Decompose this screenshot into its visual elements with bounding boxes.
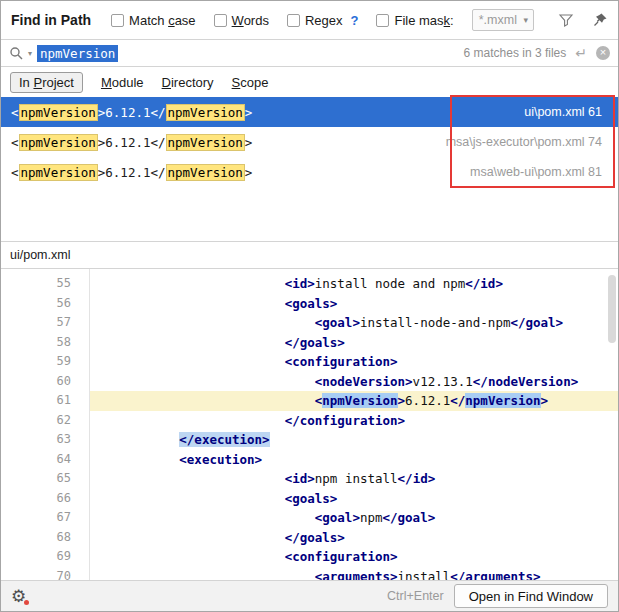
- code-line: 58 </goals>: [1, 333, 618, 353]
- tab-in-project[interactable]: In Project: [10, 72, 83, 93]
- line-number: 62: [1, 411, 89, 431]
- code-line: 69 <configuration>: [1, 547, 618, 567]
- result-row[interactable]: <npmVersion>6.12.1</npmVersion> ui\pom.x…: [1, 97, 618, 127]
- dialog-title: Find in Path: [11, 12, 91, 28]
- result-row[interactable]: <npmVersion>6.12.1</npmVersion> msa\web-…: [1, 157, 618, 187]
- code-text: <goals>: [89, 294, 618, 314]
- code-text: <goal>install-node-and-npm</goal>: [89, 313, 618, 333]
- code-preview-editor[interactable]: 55 <id>install node and npm</id>56 <goal…: [1, 269, 618, 580]
- match-case-checkbox[interactable]: Match case: [111, 13, 195, 28]
- code-line: 65 <id>npm install</id>: [1, 469, 618, 489]
- search-field[interactable]: ▾ npmVersion 6 matches in 3 files ↵ ×: [1, 39, 618, 67]
- line-number: 68: [1, 528, 89, 548]
- match-highlight: npmVersion: [19, 104, 98, 121]
- code-text: <configuration>: [89, 547, 618, 567]
- line-number: 64: [1, 450, 89, 470]
- line-number: 66: [1, 489, 89, 509]
- regex-checkbox[interactable]: Regex ?: [287, 13, 359, 28]
- title-bar: Find in Path Match case Words Regex ? Fi…: [1, 1, 618, 39]
- match-highlight: npmVersion: [166, 134, 245, 151]
- words-checkbox-box[interactable]: [214, 14, 227, 27]
- gutter-separator: [89, 269, 90, 580]
- code-text: <execution>: [89, 450, 618, 470]
- code-line: 57 <goal>install-node-and-npm</goal>: [1, 313, 618, 333]
- line-number: 70: [1, 567, 89, 581]
- pin-button[interactable]: [592, 10, 608, 30]
- file-mask-label: File mask:: [394, 13, 453, 28]
- line-number: 69: [1, 547, 89, 567]
- code-line: 68 </goals>: [1, 528, 618, 548]
- tab-scope[interactable]: Scope: [232, 75, 269, 90]
- line-number: 59: [1, 352, 89, 372]
- result-row[interactable]: <npmVersion>6.12.1</npmVersion> msa\js-e…: [1, 127, 618, 157]
- shortcut-hint: Ctrl+Enter: [387, 589, 444, 603]
- filter-button[interactable]: [558, 10, 574, 30]
- result-location: msa\web-ui\pom.xml 81: [470, 165, 608, 179]
- match-case-label: Match case: [129, 13, 195, 28]
- preview-file-name: ui/pom.xml: [10, 248, 70, 262]
- code-line: 67 <goal>npm</goal>: [1, 508, 618, 528]
- code-text: <goals>: [89, 489, 618, 509]
- chevron-down-icon: ▾: [523, 15, 528, 25]
- newline-icon[interactable]: ↵: [575, 45, 587, 61]
- code-text: <npmVersion>6.12.1</npmVersion>: [89, 391, 618, 411]
- code-text: <configuration>: [89, 352, 618, 372]
- tab-directory[interactable]: Directory: [162, 75, 214, 90]
- code-line: 60 <nodeVersion>v12.13.1</nodeVersion>: [1, 372, 618, 392]
- search-icon: [9, 46, 23, 60]
- preview-header: ui/pom.xml: [1, 241, 618, 269]
- notification-dot-icon: [24, 600, 29, 605]
- regex-checkbox-box[interactable]: [287, 14, 300, 27]
- code-line: 55 <id>install node and npm</id>: [1, 274, 618, 294]
- code-text: <arguments>install</arguments>: [89, 567, 618, 581]
- line-number: 60: [1, 372, 89, 392]
- code-text: <id>install node and npm</id>: [89, 274, 618, 294]
- file-mask-value: *.mxml: [479, 13, 517, 27]
- code-text: </execution>: [89, 430, 618, 450]
- code-line: 70 <arguments>install</arguments>: [1, 567, 618, 581]
- code-text: <id>npm install</id>: [89, 469, 618, 489]
- match-highlight: npmVersion: [19, 134, 98, 151]
- code-line: 66 <goals>: [1, 489, 618, 509]
- regex-label: Regex: [305, 13, 343, 28]
- tab-module[interactable]: Module: [101, 75, 144, 90]
- editor-lines: 55 <id>install node and npm</id>56 <goal…: [1, 269, 618, 580]
- line-number: 58: [1, 333, 89, 353]
- code-line: 59 <configuration>: [1, 352, 618, 372]
- line-number: 65: [1, 469, 89, 489]
- match-highlight: npmVersion: [166, 164, 245, 181]
- regex-help-link[interactable]: ?: [351, 13, 359, 28]
- match-case-checkbox-box[interactable]: [111, 14, 124, 27]
- code-line: 62 </configuration>: [1, 411, 618, 431]
- code-line: 63 </execution>: [1, 430, 618, 450]
- match-highlight: npmVersion: [166, 104, 245, 121]
- line-number: 57: [1, 313, 89, 333]
- open-in-find-window-button[interactable]: Open in Find Window: [454, 584, 608, 608]
- close-icon: ×: [600, 46, 606, 58]
- file-mask-checkbox-box[interactable]: [376, 14, 389, 27]
- words-checkbox[interactable]: Words: [214, 13, 269, 28]
- search-query-text[interactable]: npmVersion: [37, 45, 118, 62]
- words-label: Words: [232, 13, 269, 28]
- match-highlight: npmVersion: [19, 164, 98, 181]
- status-bar: ⚙ Ctrl+Enter Open in Find Window: [1, 580, 618, 611]
- file-mask-combo[interactable]: *.mxml ▾: [472, 9, 534, 31]
- code-line: 64 <execution>: [1, 450, 618, 470]
- file-mask-checkbox[interactable]: File mask:: [376, 13, 453, 28]
- pin-icon: [592, 12, 608, 28]
- editor-scrollbar-thumb[interactable]: [608, 275, 616, 343]
- code-text: <goal>npm</goal>: [89, 508, 618, 528]
- line-number: 63: [1, 430, 89, 450]
- search-history-caret-icon[interactable]: ▾: [28, 49, 32, 58]
- line-number: 56: [1, 294, 89, 314]
- settings-gear-button[interactable]: ⚙: [11, 588, 26, 605]
- results-list: <npmVersion>6.12.1</npmVersion> ui\pom.x…: [1, 97, 618, 241]
- line-number: 67: [1, 508, 89, 528]
- code-line: 61 <npmVersion>6.12.1</npmVersion>: [1, 391, 618, 411]
- line-number: 61: [1, 391, 89, 411]
- clear-search-button[interactable]: ×: [596, 46, 610, 60]
- code-text: </goals>: [89, 333, 618, 353]
- line-number: 55: [1, 274, 89, 294]
- result-location: msa\js-executor\pom.xml 74: [446, 135, 608, 149]
- code-text: </configuration>: [89, 411, 618, 431]
